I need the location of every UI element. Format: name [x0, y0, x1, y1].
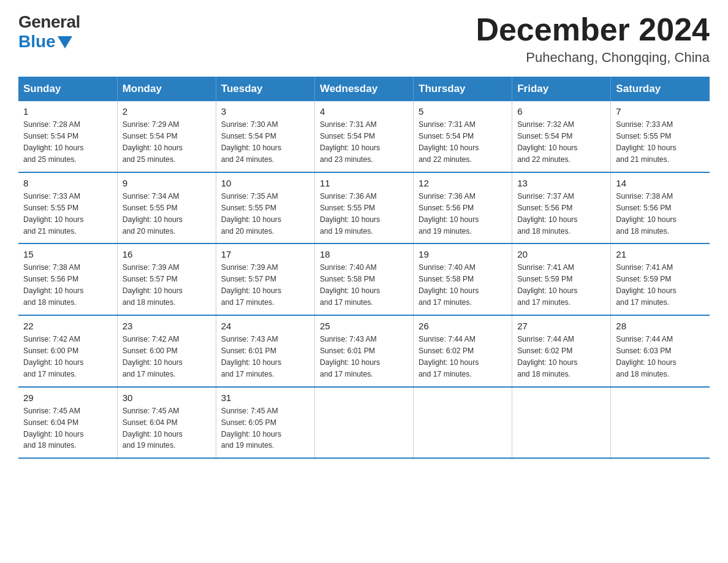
- day-number: 28: [616, 321, 705, 331]
- weekday-header-monday: Monday: [117, 77, 216, 101]
- day-info: Sunrise: 7:42 AMSunset: 6:00 PMDaylight:…: [23, 334, 112, 380]
- calendar-table: SundayMondayTuesdayWednesdayThursdayFrid…: [18, 77, 710, 459]
- calendar-day-cell: 19Sunrise: 7:40 AMSunset: 5:58 PMDayligh…: [414, 243, 512, 315]
- day-number: 27: [517, 321, 605, 331]
- day-number: 26: [419, 321, 507, 331]
- day-info: Sunrise: 7:30 AMSunset: 5:54 PMDaylight:…: [221, 119, 309, 166]
- calendar-day-cell: 11Sunrise: 7:36 AMSunset: 5:55 PMDayligh…: [314, 172, 413, 244]
- calendar-day-cell: 17Sunrise: 7:39 AMSunset: 5:57 PMDayligh…: [216, 243, 314, 315]
- calendar-day-cell: 24Sunrise: 7:43 AMSunset: 6:01 PMDayligh…: [216, 315, 314, 387]
- day-info: Sunrise: 7:44 AMSunset: 6:02 PMDaylight:…: [517, 334, 605, 380]
- day-number: 9: [123, 178, 211, 188]
- weekday-header-tuesday: Tuesday: [216, 77, 314, 101]
- day-info: Sunrise: 7:40 AMSunset: 5:58 PMDaylight:…: [320, 262, 408, 308]
- logo: General Blue: [18, 12, 80, 52]
- day-info: Sunrise: 7:32 AMSunset: 5:54 PMDaylight:…: [517, 119, 605, 166]
- day-info: Sunrise: 7:45 AMSunset: 6:04 PMDaylight:…: [23, 405, 112, 452]
- calendar-day-cell: 3Sunrise: 7:30 AMSunset: 5:54 PMDaylight…: [216, 101, 314, 172]
- calendar-week-1: 1Sunrise: 7:28 AMSunset: 5:54 PMDaylight…: [18, 101, 710, 172]
- day-info: Sunrise: 7:33 AMSunset: 5:55 PMDaylight:…: [23, 191, 112, 237]
- calendar-week-5: 29Sunrise: 7:45 AMSunset: 6:04 PMDayligh…: [18, 387, 710, 459]
- day-info: Sunrise: 7:45 AMSunset: 6:05 PMDaylight:…: [221, 405, 309, 452]
- day-info: Sunrise: 7:31 AMSunset: 5:54 PMDaylight:…: [419, 119, 507, 166]
- logo-blue-text: Blue: [18, 32, 72, 52]
- day-number: 4: [320, 106, 408, 117]
- calendar-day-cell: 29Sunrise: 7:45 AMSunset: 6:04 PMDayligh…: [18, 387, 117, 459]
- calendar-day-cell: 26Sunrise: 7:44 AMSunset: 6:02 PMDayligh…: [414, 315, 512, 387]
- day-number: 18: [320, 249, 408, 259]
- page-header: General Blue December 2024 Puhechang, Ch…: [18, 12, 710, 66]
- day-number: 14: [616, 178, 705, 188]
- logo-triangle-icon: [58, 36, 72, 48]
- calendar-day-cell: 27Sunrise: 7:44 AMSunset: 6:02 PMDayligh…: [512, 315, 611, 387]
- calendar-day-cell: 20Sunrise: 7:41 AMSunset: 5:59 PMDayligh…: [512, 243, 611, 315]
- calendar-header: SundayMondayTuesdayWednesdayThursdayFrid…: [18, 77, 710, 101]
- calendar-week-3: 15Sunrise: 7:38 AMSunset: 5:56 PMDayligh…: [18, 243, 710, 315]
- day-info: Sunrise: 7:38 AMSunset: 5:56 PMDaylight:…: [616, 191, 705, 237]
- day-info: Sunrise: 7:38 AMSunset: 5:56 PMDaylight:…: [23, 262, 112, 308]
- day-info: Sunrise: 7:36 AMSunset: 5:55 PMDaylight:…: [320, 191, 408, 237]
- weekday-header-wednesday: Wednesday: [314, 77, 413, 101]
- calendar-day-cell: [314, 387, 413, 459]
- calendar-day-cell: [611, 387, 710, 459]
- day-number: 13: [517, 178, 605, 188]
- calendar-day-cell: [512, 387, 611, 459]
- day-info: Sunrise: 7:36 AMSunset: 5:56 PMDaylight:…: [419, 191, 507, 237]
- day-info: Sunrise: 7:31 AMSunset: 5:54 PMDaylight:…: [320, 119, 408, 166]
- weekday-header-friday: Friday: [512, 77, 611, 101]
- day-info: Sunrise: 7:43 AMSunset: 6:01 PMDaylight:…: [221, 334, 309, 380]
- weekday-header-sunday: Sunday: [18, 77, 117, 101]
- day-info: Sunrise: 7:43 AMSunset: 6:01 PMDaylight:…: [320, 334, 408, 380]
- day-number: 1: [23, 106, 112, 117]
- day-number: 3: [221, 106, 309, 117]
- calendar-day-cell: 31Sunrise: 7:45 AMSunset: 6:05 PMDayligh…: [216, 387, 314, 459]
- day-number: 12: [419, 178, 507, 188]
- day-number: 31: [221, 393, 309, 403]
- calendar-day-cell: 1Sunrise: 7:28 AMSunset: 5:54 PMDaylight…: [18, 101, 117, 172]
- day-number: 16: [123, 249, 211, 259]
- calendar-day-cell: 9Sunrise: 7:34 AMSunset: 5:55 PMDaylight…: [117, 172, 216, 244]
- calendar-body: 1Sunrise: 7:28 AMSunset: 5:54 PMDaylight…: [18, 101, 710, 458]
- calendar-day-cell: 5Sunrise: 7:31 AMSunset: 5:54 PMDaylight…: [414, 101, 512, 172]
- calendar-day-cell: 21Sunrise: 7:41 AMSunset: 5:59 PMDayligh…: [611, 243, 710, 315]
- day-number: 21: [616, 249, 705, 259]
- day-number: 2: [123, 106, 211, 117]
- weekday-header-saturday: Saturday: [611, 77, 710, 101]
- calendar-day-cell: 25Sunrise: 7:43 AMSunset: 6:01 PMDayligh…: [314, 315, 413, 387]
- day-number: 11: [320, 178, 408, 188]
- day-info: Sunrise: 7:41 AMSunset: 5:59 PMDaylight:…: [517, 262, 605, 308]
- day-info: Sunrise: 7:37 AMSunset: 5:56 PMDaylight:…: [517, 191, 605, 237]
- calendar-day-cell: 12Sunrise: 7:36 AMSunset: 5:56 PMDayligh…: [414, 172, 512, 244]
- day-info: Sunrise: 7:44 AMSunset: 6:03 PMDaylight:…: [616, 334, 705, 380]
- day-info: Sunrise: 7:35 AMSunset: 5:55 PMDaylight:…: [221, 191, 309, 237]
- day-info: Sunrise: 7:41 AMSunset: 5:59 PMDaylight:…: [616, 262, 705, 308]
- calendar-day-cell: 30Sunrise: 7:45 AMSunset: 6:04 PMDayligh…: [117, 387, 216, 459]
- calendar-day-cell: 7Sunrise: 7:33 AMSunset: 5:55 PMDaylight…: [611, 101, 710, 172]
- day-info: Sunrise: 7:42 AMSunset: 6:00 PMDaylight:…: [123, 334, 211, 380]
- calendar-day-cell: [414, 387, 512, 459]
- calendar-day-cell: 23Sunrise: 7:42 AMSunset: 6:00 PMDayligh…: [117, 315, 216, 387]
- calendar-day-cell: 6Sunrise: 7:32 AMSunset: 5:54 PMDaylight…: [512, 101, 611, 172]
- day-info: Sunrise: 7:29 AMSunset: 5:54 PMDaylight:…: [123, 119, 211, 166]
- day-info: Sunrise: 7:45 AMSunset: 6:04 PMDaylight:…: [123, 405, 211, 452]
- calendar-week-2: 8Sunrise: 7:33 AMSunset: 5:55 PMDaylight…: [18, 172, 710, 244]
- calendar-day-cell: 16Sunrise: 7:39 AMSunset: 5:57 PMDayligh…: [117, 243, 216, 315]
- day-number: 10: [221, 178, 309, 188]
- day-info: Sunrise: 7:40 AMSunset: 5:58 PMDaylight:…: [419, 262, 507, 308]
- title-block: December 2024 Puhechang, Chongqing, Chin…: [476, 12, 710, 66]
- calendar-day-cell: 4Sunrise: 7:31 AMSunset: 5:54 PMDaylight…: [314, 101, 413, 172]
- day-number: 8: [23, 178, 112, 188]
- calendar-subtitle: Puhechang, Chongqing, China: [476, 50, 710, 66]
- calendar-day-cell: 8Sunrise: 7:33 AMSunset: 5:55 PMDaylight…: [18, 172, 117, 244]
- calendar-day-cell: 28Sunrise: 7:44 AMSunset: 6:03 PMDayligh…: [611, 315, 710, 387]
- day-info: Sunrise: 7:33 AMSunset: 5:55 PMDaylight:…: [616, 119, 705, 166]
- day-number: 24: [221, 321, 309, 331]
- day-number: 7: [616, 106, 705, 117]
- calendar-title: December 2024: [476, 12, 710, 47]
- day-info: Sunrise: 7:39 AMSunset: 5:57 PMDaylight:…: [123, 262, 211, 308]
- calendar-day-cell: 2Sunrise: 7:29 AMSunset: 5:54 PMDaylight…: [117, 101, 216, 172]
- day-number: 6: [517, 106, 605, 117]
- day-number: 22: [23, 321, 112, 331]
- calendar-day-cell: 15Sunrise: 7:38 AMSunset: 5:56 PMDayligh…: [18, 243, 117, 315]
- day-number: 29: [23, 393, 112, 403]
